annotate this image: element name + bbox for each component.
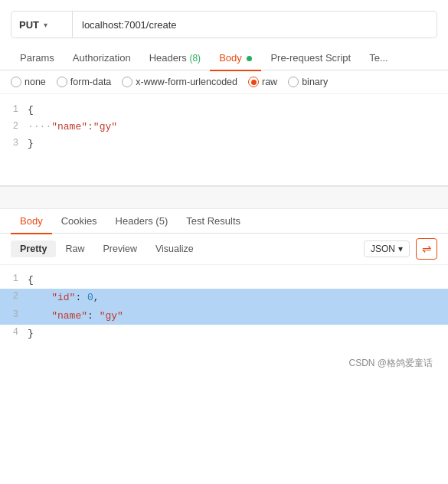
format-select[interactable]: JSON ▾ xyxy=(364,240,410,257)
res-line-num-4: 4 xyxy=(0,325,28,342)
tab-response-headers[interactable]: Headers (5) xyxy=(106,209,178,233)
line-content-1: { xyxy=(28,102,448,119)
footer-text: CSDN @格鸽爱童话 xyxy=(348,358,433,368)
radio-none[interactable]: none xyxy=(11,77,46,87)
radio-raw[interactable]: raw xyxy=(248,77,277,87)
radio-binary-label: binary xyxy=(302,77,328,87)
tab-body[interactable]: Body xyxy=(210,46,261,70)
response-line-4: 4 } xyxy=(0,325,448,342)
wrap-icon: ⇌ xyxy=(422,242,432,256)
radio-urlencoded-circle xyxy=(122,77,132,87)
radio-raw-label: raw xyxy=(262,77,277,87)
tab-response-body[interactable]: Body xyxy=(11,209,52,233)
res-line-content-3: "name": "gy" xyxy=(28,307,448,325)
tab-authorization[interactable]: Authorization xyxy=(64,46,140,70)
tab-cookies[interactable]: Cookies xyxy=(52,209,106,233)
radio-none-circle xyxy=(11,77,21,87)
line-num-3: 3 xyxy=(0,136,28,151)
line-num-1: 1 xyxy=(0,102,28,117)
view-raw-button[interactable]: Raw xyxy=(56,240,93,257)
radio-none-label: none xyxy=(25,77,46,87)
tab-tests[interactable]: Te... xyxy=(360,46,397,70)
body-type-row: none form-data x-www-form-urlencoded raw… xyxy=(0,70,448,94)
view-visualize-button[interactable]: Visualize xyxy=(146,240,203,257)
body-dot-indicator xyxy=(247,56,252,61)
wrap-button[interactable]: ⇌ xyxy=(416,238,437,260)
res-line-num-3: 3 xyxy=(0,307,28,324)
radio-form-data-label: form-data xyxy=(70,77,112,87)
format-label: JSON xyxy=(371,244,395,254)
tab-prerequest[interactable]: Pre-request Script xyxy=(261,46,360,70)
request-line-1: 1 { xyxy=(0,102,448,119)
res-line-num-2: 2 xyxy=(0,289,28,306)
radio-urlencoded-label: x-www-form-urlencoded xyxy=(136,77,237,87)
request-tab-bar: Params Authorization Headers (8) Body Pr… xyxy=(0,46,448,70)
res-line-content-4: } xyxy=(28,325,448,342)
view-toolbar: Pretty Raw Preview Visualize JSON ▾ ⇌ xyxy=(0,234,448,265)
tab-headers[interactable]: Headers (8) xyxy=(140,46,210,70)
response-tab-bar: Body Cookies Headers (5) Test Results xyxy=(0,209,448,234)
line-content-3: } xyxy=(28,136,448,152)
radio-form-data[interactable]: form-data xyxy=(57,77,112,87)
res-line-num-1: 1 xyxy=(0,271,28,288)
request-line-3: 3 } xyxy=(0,136,448,152)
url-input[interactable] xyxy=(73,19,437,31)
tab-test-results[interactable]: Test Results xyxy=(177,209,250,233)
response-code-area: 1 { 2 "id": 0, 3 "name": "gy" 4 } xyxy=(0,265,448,349)
headers-badge: (8) xyxy=(189,53,201,64)
line-content-2: ····"name":"gy" xyxy=(28,119,448,136)
line-num-2: 2 xyxy=(0,119,28,134)
res-line-content-1: { xyxy=(28,271,448,289)
view-pretty-button[interactable]: Pretty xyxy=(11,240,56,257)
radio-form-data-circle xyxy=(57,77,67,87)
radio-binary-circle xyxy=(288,77,299,87)
method-label: PUT xyxy=(19,19,39,31)
tab-params[interactable]: Params xyxy=(11,46,64,70)
res-line-content-2: "id": 0, xyxy=(28,289,448,306)
radio-binary[interactable]: binary xyxy=(288,77,328,87)
radio-urlencoded[interactable]: x-www-form-urlencoded xyxy=(122,77,237,87)
radio-raw-circle xyxy=(248,77,259,87)
method-select[interactable]: PUT ▾ xyxy=(11,11,73,38)
section-separator xyxy=(0,186,448,209)
request-line-2: 2 ····"name":"gy" xyxy=(0,119,448,136)
view-preview-button[interactable]: Preview xyxy=(93,240,146,257)
request-body-editor[interactable]: 1 { 2 ····"name":"gy" 3 } xyxy=(0,94,448,186)
chevron-down-icon: ▾ xyxy=(44,21,47,29)
response-line-1: 1 { xyxy=(0,271,448,289)
format-chevron-icon: ▾ xyxy=(398,244,403,254)
response-line-2: 2 "id": 0, xyxy=(0,289,448,306)
footer: CSDN @格鸽爱童话 xyxy=(0,349,448,376)
url-bar: PUT ▾ xyxy=(11,11,437,38)
response-line-3: 3 "name": "gy" xyxy=(0,307,448,325)
